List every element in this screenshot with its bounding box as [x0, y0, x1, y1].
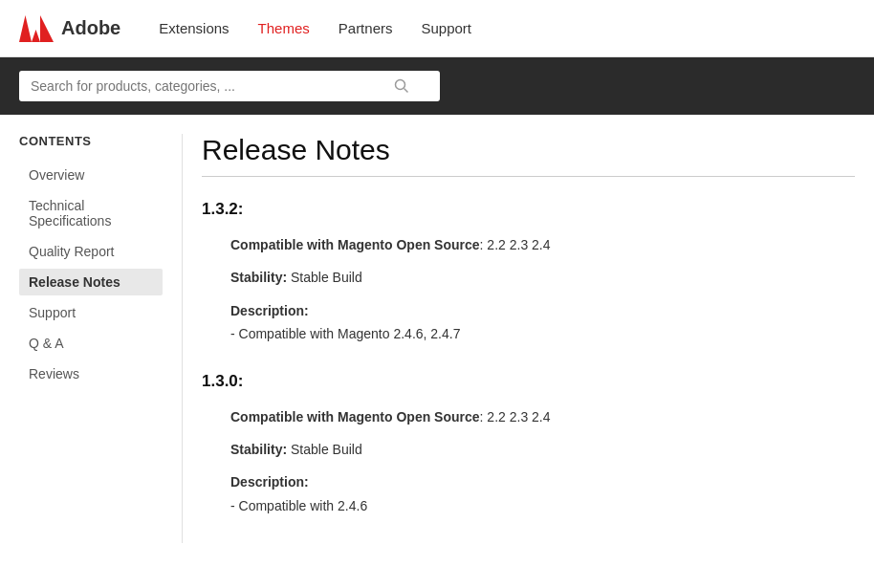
stability-row-130: Stability: Stable Build: [230, 439, 855, 460]
search-icon: [394, 78, 409, 94]
adobe-logo-icon: [19, 15, 54, 42]
sidebar-item-overview[interactable]: Overview: [19, 162, 163, 188]
description-row-132: Description: - Compatible with Magento 2…: [230, 300, 855, 345]
sidebar-item-quality-report[interactable]: Quality Report: [19, 238, 163, 265]
compatible-value-132: : 2.2 2.3 2.4: [480, 237, 551, 252]
sidebar-item-reviews[interactable]: Reviews: [19, 360, 163, 387]
compatible-label-130: Compatible with Magento Open Source: [230, 409, 480, 425]
main-nav: Extensions Themes Partners Support: [159, 20, 471, 36]
logo[interactable]: Adobe: [19, 15, 120, 42]
svg-marker-1: [40, 15, 54, 42]
version-block-132: 1.3.2: Compatible with Magento Open Sour…: [202, 200, 855, 345]
sidebar-nav: Overview Technical Specifications Qualit…: [19, 162, 163, 387]
title-divider: [202, 176, 855, 177]
stability-row-132: Stability: Stable Build: [230, 267, 855, 288]
description-value-130: - Compatible with 2.4.6: [230, 495, 855, 516]
nav-themes[interactable]: Themes: [258, 20, 310, 36]
compatible-value-130: : 2.2 2.3 2.4: [480, 409, 551, 425]
content-area: CONTENTS Overview Technical Specificatio…: [0, 115, 874, 562]
sidebar-item-qa[interactable]: Q & A: [19, 330, 163, 357]
compatible-label-132: Compatible with Magento Open Source: [230, 237, 480, 252]
search-bar: [0, 57, 874, 115]
search-container: [19, 71, 440, 101]
version-heading-130: 1.3.0:: [202, 372, 855, 391]
description-label-130: Description:: [230, 474, 309, 490]
stability-value-130: Stable Build: [291, 442, 362, 457]
sidebar-item-release-notes[interactable]: Release Notes: [19, 269, 163, 295]
svg-marker-0: [19, 15, 32, 42]
stability-label-132: Stability:: [230, 270, 287, 285]
main-content: Release Notes 1.3.2: Compatible with Mag…: [182, 134, 874, 543]
header: Adobe Extensions Themes Partners Support: [0, 0, 874, 57]
nav-extensions[interactable]: Extensions: [159, 20, 229, 36]
search-input[interactable]: [31, 78, 394, 94]
nav-partners[interactable]: Partners: [339, 20, 393, 36]
svg-line-4: [404, 89, 408, 93]
description-label-132: Description:: [230, 303, 309, 318]
page-title: Release Notes: [202, 134, 855, 166]
compatible-row-130: Compatible with Magento Open Source: 2.2…: [230, 406, 855, 427]
logo-text: Adobe: [61, 17, 120, 39]
sidebar-item-support[interactable]: Support: [19, 299, 163, 326]
compatible-row-132: Compatible with Magento Open Source: 2.2…: [230, 234, 855, 255]
svg-point-3: [396, 80, 405, 90]
stability-label-130: Stability:: [230, 442, 287, 457]
version-block-130: 1.3.0: Compatible with Magento Open Sour…: [202, 372, 855, 517]
description-row-130: Description: - Compatible with 2.4.6: [230, 471, 855, 516]
nav-support[interactable]: Support: [421, 20, 471, 36]
sidebar-item-technical-specifications[interactable]: Technical Specifications: [19, 192, 163, 234]
stability-value-132: Stable Build: [291, 270, 362, 285]
version-heading-132: 1.3.2:: [202, 200, 855, 219]
svg-marker-2: [32, 30, 40, 42]
sidebar-contents-label: CONTENTS: [19, 134, 163, 148]
sidebar: CONTENTS Overview Technical Specificatio…: [0, 134, 182, 543]
description-value-132: - Compatible with Magento 2.4.6, 2.4.7: [230, 323, 855, 344]
